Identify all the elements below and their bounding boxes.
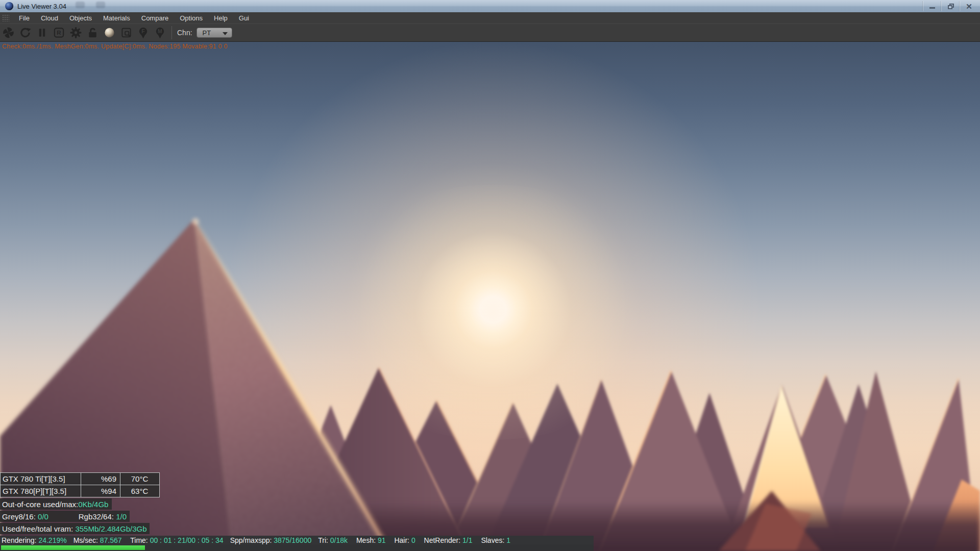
lock-icon[interactable] (86, 26, 99, 39)
triangles: Tri: 0/18k (318, 536, 348, 544)
menu-objects[interactable]: Objects (64, 12, 97, 23)
gpu-load: %69 (81, 473, 120, 485)
out-of-core-value: 0Kb/4Gb (78, 500, 108, 509)
svg-text:R: R (57, 30, 61, 36)
gpu-stats-overlay: GTX 780 Ti[T][3.5] %69 70°C GTX 780[P][T… (0, 472, 160, 534)
progress-fill (1, 545, 145, 550)
menu-cloud[interactable]: Cloud (35, 12, 64, 23)
gpu-name: GTX 780 Ti[T][3.5] (1, 473, 81, 485)
slaves-count: Slaves: 1 (479, 536, 511, 544)
render-progress-bar (0, 544, 594, 551)
menu-compare[interactable]: Compare (136, 12, 174, 23)
gpu-name: GTX 780[P][T][3.5] (1, 485, 81, 497)
out-of-core-row: Out-of-core used/max:0Kb/4Gb (0, 498, 112, 510)
gpu-row: GTX 780 Ti[T][3.5] %69 70°C (1, 473, 159, 485)
settings-gear-icon[interactable] (69, 26, 82, 39)
toolbar: R (0, 23, 980, 42)
vram-value: 355Mb/2.484Gb/3Gb (75, 524, 146, 533)
rgb-value: 1/0 (116, 512, 127, 521)
material-picker-icon[interactable]: M (154, 26, 166, 39)
app-icon (5, 2, 13, 10)
rgb-label: Rgb32/64: (79, 512, 116, 521)
gpu-temp: 63°C (120, 485, 159, 497)
grey-label: Grey8/16: (2, 512, 38, 521)
out-of-core-label: Out-of-core used/max: (2, 500, 78, 509)
mesh-count: Mesh: 91 (354, 536, 385, 544)
background-smudge (96, 2, 105, 8)
channel-value: PT (203, 29, 211, 37)
drag-grip[interactable] (2, 14, 9, 21)
material-ball-icon[interactable] (103, 26, 116, 39)
menu-options[interactable]: Options (174, 12, 208, 23)
menu-materials[interactable]: Materials (97, 12, 136, 23)
svg-text:M: M (158, 28, 162, 34)
live-viewer-window: Live Viewer 3.04 ✕ File Cloud Objects Ma… (0, 0, 980, 551)
octane-pinwheel-icon[interactable] (2, 26, 15, 39)
channel-dropdown[interactable]: PT (197, 28, 232, 38)
grey-value: 0/0 (38, 512, 48, 521)
title-bar: Live Viewer 3.04 ✕ (0, 0, 980, 12)
menu-bar: File Cloud Objects Materials Compare Opt… (0, 12, 980, 23)
gpu-row: GTX 780[P][T][3.5] %94 63°C (1, 485, 159, 497)
minimize-button[interactable] (923, 1, 941, 11)
menu-gui[interactable]: Gui (233, 12, 255, 23)
hair-count: Hair: 0 (393, 536, 415, 544)
viewport-status-text: Check:0ms./1ms. MeshGen:0ms. Update[C]:0… (2, 43, 228, 50)
gpu-table: GTX 780 Ti[T][3.5] %69 70°C GTX 780[P][T… (0, 472, 160, 497)
window-controls: ✕ (923, 0, 978, 12)
restore-button[interactable] (941, 1, 960, 11)
toolbar-separator (172, 26, 172, 39)
svg-text:F: F (141, 28, 145, 34)
close-button[interactable]: ✕ (960, 1, 978, 11)
focus-picker-icon[interactable]: F (137, 26, 150, 39)
close-icon: ✕ (966, 3, 972, 10)
restore-icon (948, 4, 954, 9)
pause-icon[interactable] (36, 26, 48, 39)
status-bar: Rendering: 24.219% Ms/sec: 87.567 Time: … (0, 536, 594, 544)
ms-per-sec: Ms/sec: 87.567 (74, 536, 122, 544)
chevron-down-icon (223, 32, 228, 35)
channel-label: Chn: (177, 29, 192, 37)
background-smudge (76, 2, 85, 8)
vram-label: Used/free/total vram: (2, 524, 75, 533)
menu-help[interactable]: Help (208, 12, 233, 23)
minimize-icon (929, 7, 935, 9)
window-title: Live Viewer 3.04 (17, 3, 66, 10)
vram-row: Used/free/total vram: 355Mb/2.484Gb/3Gb (0, 523, 150, 534)
restart-icon[interactable]: R (53, 26, 65, 39)
gpu-temp: 70°C (120, 473, 159, 485)
refresh-icon[interactable] (19, 26, 32, 39)
spp-maxspp: Spp/maxspp: 3875/16000 (230, 536, 312, 544)
render-time: Time: 00 : 01 : 21/00 : 05 : 34 (129, 536, 224, 544)
render-region-icon[interactable] (120, 26, 133, 39)
buffer-row: Grey8/16: 0/0 Rgb32/64: 1/0 (0, 511, 130, 522)
menu-file[interactable]: File (13, 12, 35, 23)
rendering-status: Rendering: 24.219% (2, 536, 67, 544)
gpu-load: %94 (81, 485, 120, 497)
netrender-status: NetRender: 1/1 (422, 536, 473, 544)
